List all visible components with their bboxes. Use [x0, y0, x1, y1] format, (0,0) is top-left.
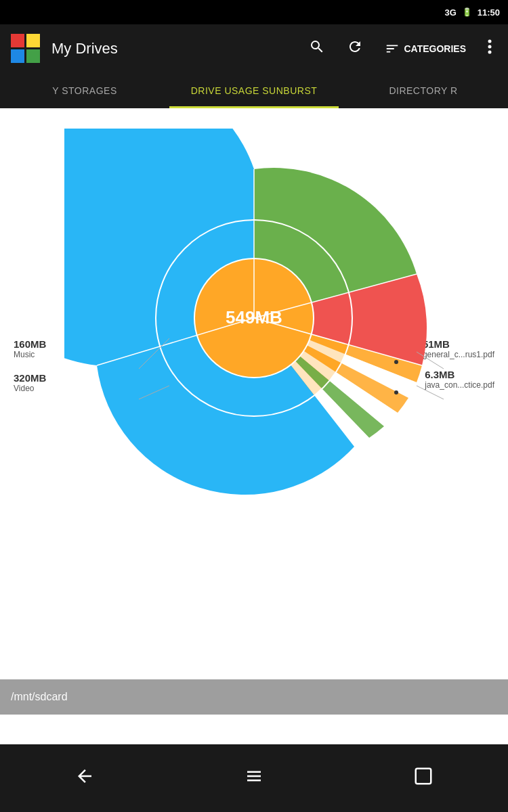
tab-directory-label: DIRECTORY R: [389, 85, 457, 96]
app-title: My Drives: [51, 40, 293, 58]
app-logo: [11, 34, 41, 64]
music-name: Music: [14, 350, 46, 359]
logo-yellow: [26, 34, 40, 47]
svg-point-0: [488, 40, 492, 43]
svg-point-2: [488, 51, 492, 54]
path-text: /mnt/sdcard: [11, 691, 68, 703]
dot-1: [394, 360, 398, 364]
logo-red: [11, 34, 24, 47]
svg-rect-3: [416, 768, 431, 784]
tab-sunburst[interactable]: DRIVE USAGE SUNBURST: [169, 73, 339, 108]
center-mb-text: 549MB: [226, 307, 282, 328]
app-bar: My Drives CATEGORIES: [0, 24, 508, 73]
more-options-icon[interactable]: [482, 33, 497, 64]
path-bar: /mnt/sdcard: [0, 679, 508, 715]
dot-2: [394, 390, 398, 394]
video-size: 320MB: [14, 372, 46, 384]
tab-storages-label: Y STORAGES: [52, 85, 117, 96]
logo-blue: [11, 49, 24, 63]
svg-point-1: [488, 45, 492, 49]
main-content: 160MB Music 320MB Video 51MB general_c..…: [0, 108, 508, 782]
categories-label: CATEGORIES: [404, 43, 466, 54]
search-icon[interactable]: [303, 33, 331, 64]
tab-sunburst-label: DRIVE USAGE SUNBURST: [191, 85, 318, 96]
music-size: 160MB: [14, 338, 46, 350]
logo-green: [26, 49, 40, 63]
label-video: 320MB Video: [14, 372, 46, 393]
battery-icon: 🔋: [462, 7, 472, 17]
video-name: Video: [14, 384, 46, 393]
tab-bar: Y STORAGES DRIVE USAGE SUNBURST DIRECTOR…: [0, 73, 508, 108]
categories-button[interactable]: CATEGORIES: [379, 36, 471, 62]
recents-button[interactable]: [402, 755, 444, 802]
signal-indicator: 3G: [444, 7, 456, 18]
sunburst-chart[interactable]: 549MB: [64, 129, 444, 508]
tab-storages[interactable]: Y STORAGES: [0, 73, 169, 108]
time-display: 11:50: [478, 7, 500, 18]
refresh-icon[interactable]: [341, 33, 368, 64]
label-music: 160MB Music: [14, 338, 46, 359]
back-button[interactable]: [64, 755, 106, 802]
home-button[interactable]: [233, 755, 275, 802]
tab-directory[interactable]: DIRECTORY R: [339, 73, 508, 108]
status-bar: 3G 🔋 11:50: [0, 0, 508, 24]
pdf2-connector: [417, 386, 444, 399]
navigation-bar: [0, 744, 508, 812]
